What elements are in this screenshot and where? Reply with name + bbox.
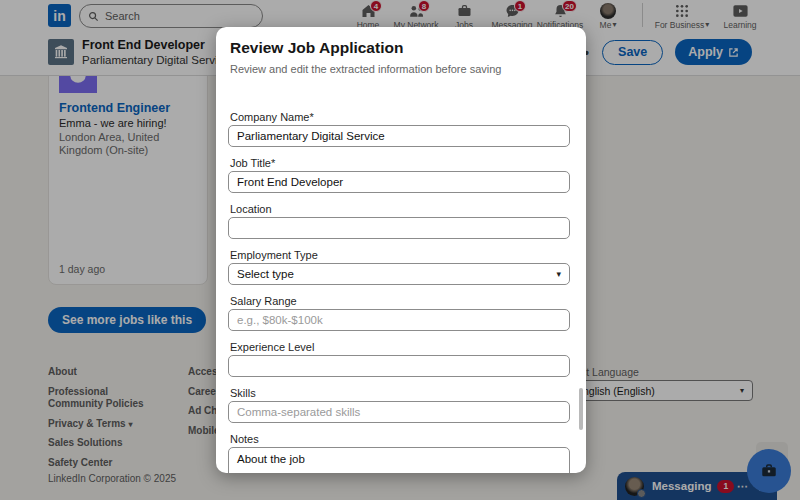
company-name-field: Company Name* <box>228 111 574 157</box>
location-input[interactable] <box>228 217 570 239</box>
experience-level-input[interactable] <box>228 355 570 377</box>
modal-title: Review Job Application <box>230 39 403 57</box>
notes-field: Notes About the job <box>228 433 574 473</box>
skills-field: Skills <box>228 387 574 433</box>
company-name-input[interactable] <box>228 125 570 147</box>
employment-type-field: Employment Type Select type ▾ <box>228 249 574 295</box>
skills-input[interactable] <box>228 401 570 423</box>
skills-label: Skills <box>230 387 256 399</box>
application-form: Company Name* Job Title* Location Employ… <box>228 111 574 473</box>
review-job-application-modal: Review Job Application Review and edit t… <box>216 27 586 473</box>
modal-scrollbar[interactable] <box>579 388 583 430</box>
employment-type-label: Employment Type <box>230 249 318 261</box>
employment-type-value: Select type <box>237 268 294 280</box>
chevron-down-icon: ▾ <box>556 269 561 279</box>
location-field: Location <box>228 203 574 249</box>
company-name-label: Company Name* <box>230 111 314 123</box>
job-title-label: Job Title* <box>230 157 275 169</box>
job-title-field: Job Title* <box>228 157 574 203</box>
location-label: Location <box>230 203 272 215</box>
job-title-input[interactable] <box>228 171 570 193</box>
notes-label: Notes <box>230 433 259 445</box>
notes-textarea[interactable]: About the job <box>228 447 570 473</box>
salary-range-input[interactable] <box>228 309 570 331</box>
experience-level-label: Experience Level <box>230 341 314 353</box>
salary-range-field: Salary Range <box>228 295 574 341</box>
salary-range-label: Salary Range <box>230 295 297 307</box>
experience-level-field: Experience Level <box>228 341 574 387</box>
employment-type-select[interactable]: Select type ▾ <box>228 263 570 285</box>
modal-subtitle: Review and edit the extracted informatio… <box>230 63 502 75</box>
